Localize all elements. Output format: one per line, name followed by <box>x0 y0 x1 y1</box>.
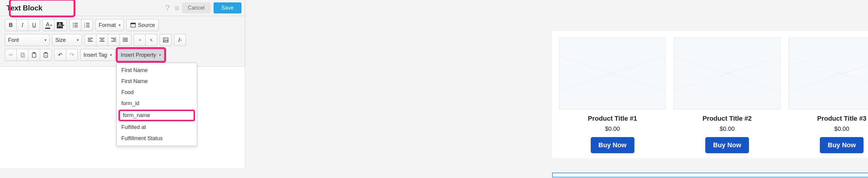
chevron-down-icon: ▾ <box>44 38 46 42</box>
svg-rect-28 <box>21 53 24 57</box>
dropdown-item[interactable]: form_id <box>117 98 197 109</box>
product-card: Product Title #2 $0.00 Buy Now <box>674 38 780 153</box>
product-preview-block: Product Title #1 $0.00 Buy Now Product T… <box>552 31 868 158</box>
svg-rect-15 <box>88 39 91 40</box>
chevron-down-icon: ▾ <box>119 23 121 27</box>
product-image-placeholder <box>559 38 665 109</box>
product-title: Product Title #2 <box>674 115 780 122</box>
paste-text-button[interactable]: T <box>40 49 52 61</box>
unlink-button[interactable] <box>145 34 157 46</box>
size-dropdown[interactable]: Size ▾ <box>52 34 82 46</box>
chevron-down-icon: ▾ <box>77 38 79 42</box>
svg-text:3: 3 <box>84 26 85 28</box>
editor-title: Text Block <box>4 3 45 13</box>
svg-rect-1 <box>74 23 78 24</box>
dropdown-item[interactable]: Fulfillment Status <box>117 133 197 144</box>
svg-rect-29 <box>22 54 25 57</box>
svg-rect-18 <box>100 39 103 40</box>
text-block-editor: Text Block ? ≡ Cancel Save B I U A ▾ A ▾ <box>0 0 245 168</box>
insert-property-menu: First Name First Name Food form_id form_… <box>116 63 197 146</box>
align-group <box>84 34 131 46</box>
svg-rect-5 <box>74 27 78 27</box>
product-title: Product Title #3 <box>789 115 868 122</box>
size-dropdown-label: Size <box>55 37 66 43</box>
insert-tag-dropdown[interactable]: Insert Tag ▾ <box>80 49 115 61</box>
product-price: $0.00 <box>559 126 665 132</box>
svg-point-2 <box>73 25 74 26</box>
insert-tag-label: Insert Tag <box>84 52 107 58</box>
svg-rect-7 <box>86 23 89 24</box>
svg-rect-16 <box>88 41 93 41</box>
save-button[interactable]: Save <box>214 2 241 13</box>
svg-rect-30 <box>32 53 36 57</box>
svg-point-4 <box>73 27 74 28</box>
svg-rect-17 <box>100 38 104 38</box>
svg-rect-11 <box>86 27 89 27</box>
link-group <box>134 34 157 46</box>
align-justify-button[interactable] <box>119 34 131 46</box>
dropdown-item-highlighted[interactable]: form_name <box>119 110 195 121</box>
dropdown-item[interactable]: Food <box>117 87 197 98</box>
svg-rect-23 <box>123 38 128 38</box>
product-title: Product Title #1 <box>559 115 665 122</box>
menu-icon[interactable]: ≡ <box>175 3 180 13</box>
buy-now-button[interactable]: Buy Now <box>591 137 634 153</box>
history-group: ↶ ↷ <box>54 49 78 61</box>
bold-button[interactable]: B <box>5 19 17 31</box>
svg-point-0 <box>73 23 74 24</box>
clear-formatting-button[interactable]: I× <box>174 34 186 46</box>
numbered-list-button[interactable]: 123 <box>81 19 93 31</box>
image-button[interactable] <box>160 34 172 46</box>
color-group: A ▾ A ▾ <box>42 19 67 31</box>
italic-button[interactable]: I <box>17 19 28 31</box>
text-color-button[interactable]: A ▾ <box>42 19 55 31</box>
svg-rect-22 <box>111 41 116 41</box>
insert-property-label: Insert Property <box>121 52 156 58</box>
undo-button[interactable]: ↶ <box>54 49 66 61</box>
paste-button[interactable] <box>28 49 40 61</box>
chevron-down-icon: ▾ <box>159 53 161 57</box>
dropdown-item[interactable]: Fulfilled at <box>117 122 197 133</box>
svg-rect-9 <box>86 25 89 25</box>
clipboard-group: ✂ T <box>5 49 52 61</box>
link-button[interactable] <box>134 34 146 46</box>
font-dropdown-label: Font <box>8 37 19 43</box>
svg-rect-24 <box>123 39 128 40</box>
align-left-button[interactable] <box>84 34 96 46</box>
svg-rect-25 <box>123 41 128 41</box>
svg-rect-14 <box>88 38 93 38</box>
redo-button[interactable]: ↷ <box>66 49 78 61</box>
svg-rect-13 <box>131 23 135 24</box>
format-dropdown-label: Format <box>99 22 116 28</box>
selected-block-outline[interactable] <box>552 173 868 177</box>
buy-now-button[interactable]: Buy Now <box>705 137 749 153</box>
source-button[interactable]: Source <box>126 19 159 31</box>
cancel-button[interactable]: Cancel <box>182 2 211 13</box>
dropdown-item[interactable]: First Name <box>117 76 197 87</box>
source-button-label: Source <box>138 22 155 28</box>
buy-now-button[interactable]: Buy Now <box>820 137 864 153</box>
help-icon[interactable]: ? <box>165 3 170 13</box>
chevron-down-icon: ▾ <box>110 53 112 57</box>
align-center-button[interactable] <box>96 34 108 46</box>
format-dropdown[interactable]: Format ▾ <box>95 19 124 31</box>
product-image-placeholder <box>674 38 780 109</box>
insert-property-dropdown[interactable]: Insert Property ▾ <box>118 49 164 61</box>
svg-text:T: T <box>45 55 46 57</box>
cut-button[interactable]: ✂ <box>5 49 17 61</box>
bg-color-button[interactable]: A ▾ <box>54 19 67 31</box>
toolbar: B I U A ▾ A ▾ 123 Format ▾ <box>0 16 245 67</box>
underline-button[interactable]: U <box>28 19 40 31</box>
product-image-placeholder <box>789 38 868 109</box>
font-dropdown[interactable]: Font ▾ <box>5 34 50 46</box>
product-card: Product Title #1 $0.00 Buy Now <box>559 38 665 153</box>
bullet-list-button[interactable] <box>69 19 81 31</box>
copy-button[interactable] <box>17 49 28 61</box>
align-right-button[interactable] <box>108 34 120 46</box>
svg-rect-21 <box>113 39 116 40</box>
svg-rect-20 <box>111 38 116 38</box>
svg-rect-31 <box>33 52 35 54</box>
list-group: 123 <box>69 19 93 31</box>
dropdown-item[interactable]: First Name <box>117 65 197 76</box>
svg-rect-33 <box>45 52 46 54</box>
